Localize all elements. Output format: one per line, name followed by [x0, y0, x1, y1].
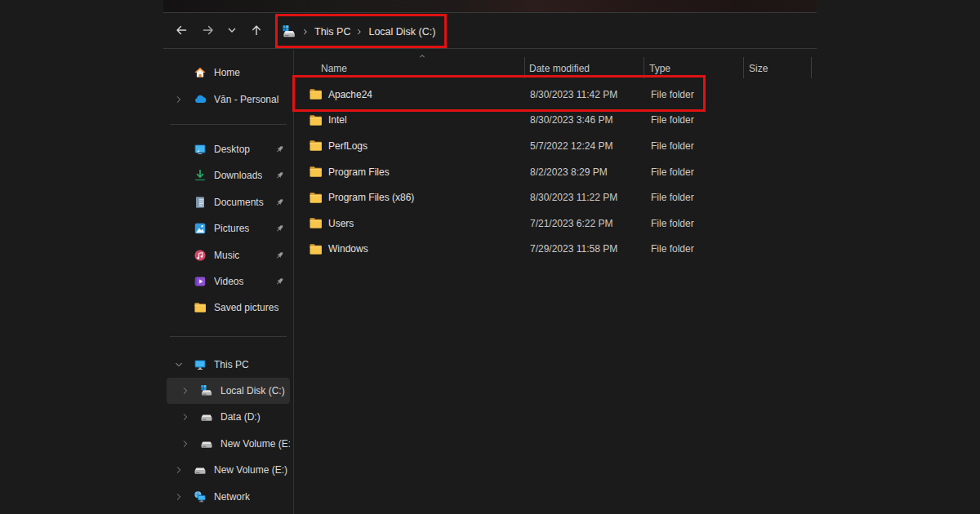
sidebar-item-label: Data (D:)	[220, 411, 261, 423]
desktop-icon	[194, 143, 207, 156]
chevron-right-icon[interactable]	[173, 94, 185, 105]
type-cell: File folder	[644, 243, 744, 255]
column-separator[interactable]	[743, 57, 744, 78]
folder-icon	[309, 165, 323, 179]
arrow-right-icon	[202, 24, 215, 39]
file-row-program-files[interactable]: Program Files8/2/2023 8:29 PMFile folder	[294, 159, 817, 185]
drive-windows-icon	[282, 24, 296, 39]
chevron-down-icon[interactable]	[173, 359, 185, 370]
file-row-apache24[interactable]: Apache248/30/2023 11:42 PMFile folder	[294, 82, 817, 108]
sidebar-item-label: Saved pictures	[214, 302, 278, 313]
up-button[interactable]	[247, 20, 266, 43]
sidebar-item-data-d[interactable]: Data (D:)	[167, 404, 290, 430]
file-row-perflogs[interactable]: PerfLogs5/7/2022 12:24 PMFile folder	[294, 133, 817, 159]
sidebar: HomeVăn - Personal DesktopDownloadsDocum…	[163, 50, 294, 514]
arrow-left-icon	[175, 24, 188, 39]
chevron-right-icon[interactable]	[180, 385, 191, 397]
chevron-right-icon[interactable]	[173, 491, 185, 503]
pin-icon	[274, 276, 285, 286]
pictures-icon	[194, 222, 207, 235]
column-header-size[interactable]: Size	[743, 63, 813, 74]
sidebar-item-new-volume-e[interactable]: New Volume (E:)	[167, 431, 290, 457]
file-name-cell: Program Files (x86)	[294, 191, 524, 205]
sidebar-item-saved-pictures[interactable]: Saved pictures	[167, 295, 290, 321]
chevron-placeholder	[173, 302, 185, 313]
sidebar-item-local-disk-c[interactable]: Local Disk (C:)	[167, 378, 290, 404]
date-modified-cell: 8/30/2023 3:46 PM	[524, 114, 644, 126]
sort-ascending-icon	[416, 51, 428, 61]
recent-locations-button[interactable]	[222, 20, 242, 43]
chevron-placeholder	[173, 276, 185, 287]
pin-icon	[274, 250, 285, 260]
sidebar-item-label: Desktop	[214, 144, 250, 155]
column-separator[interactable]	[524, 57, 525, 78]
drive-icon	[194, 463, 207, 476]
breadcrumb: This PCLocal Disk (C:)	[282, 14, 435, 49]
folder-icon	[309, 87, 323, 101]
column-separator[interactable]	[811, 57, 812, 78]
sidebar-item-v-n-personal[interactable]: Văn - Personal	[167, 86, 290, 112]
folder-icon	[309, 242, 323, 256]
folder-icon	[309, 113, 323, 127]
type-cell: File folder	[644, 166, 744, 178]
sidebar-item-videos[interactable]: Videos	[167, 268, 290, 295]
file-name-cell: Apache24	[294, 87, 524, 101]
breadcrumb-item-this-pc[interactable]: This PC	[314, 26, 350, 38]
chevron-down-icon	[225, 24, 238, 39]
file-name: Intel	[328, 114, 347, 126]
sidebar-item-downloads[interactable]: Downloads	[167, 162, 290, 188]
sidebar-item-this-pc[interactable]: This PC	[167, 352, 290, 378]
sidebar-item-documents[interactable]: Documents	[167, 189, 290, 215]
file-name-cell: Users	[294, 216, 524, 230]
chevron-placeholder	[173, 197, 185, 208]
chevron-placeholder	[173, 250, 185, 261]
window-top-bar	[163, 0, 817, 13]
chevron-right-icon[interactable]	[173, 464, 185, 476]
type-cell: File folder	[644, 114, 744, 126]
chevron-placeholder	[173, 170, 185, 181]
column-header-name[interactable]: Name	[294, 63, 524, 74]
column-header-type[interactable]: Type	[644, 63, 743, 74]
date-modified-cell: 8/2/2023 8:29 PM	[524, 166, 644, 178]
breadcrumb-item-local-disk-c[interactable]: Local Disk (C:)	[368, 26, 435, 38]
sidebar-item-label: Music	[214, 250, 239, 261]
file-name: Apache24	[328, 89, 372, 100]
sidebar-item-desktop[interactable]: Desktop	[167, 136, 290, 162]
sidebar-item-label: Pictures	[214, 223, 249, 234]
documents-icon	[194, 196, 207, 209]
file-name: Windows	[328, 243, 368, 255]
folder-icon	[309, 216, 323, 230]
column-header-date-modified[interactable]: Date modified	[524, 63, 644, 74]
sidebar-item-pictures[interactable]: Pictures	[167, 215, 290, 241]
file-name: Program Files	[328, 166, 390, 178]
sidebar-item-new-volume-e[interactable]: New Volume (E:)	[167, 457, 290, 483]
column-separator[interactable]	[644, 57, 644, 78]
sidebar-separator	[170, 124, 287, 125]
file-rows: Apache248/30/2023 11:42 PMFile folderInt…	[294, 82, 817, 262]
file-name: PerfLogs	[328, 140, 368, 152]
explorer-body: HomeVăn - Personal DesktopDownloadsDocum…	[163, 50, 817, 514]
file-name-cell: PerfLogs	[294, 139, 524, 153]
sidebar-item-home[interactable]: Home	[167, 60, 290, 86]
forward-button[interactable]	[198, 20, 218, 43]
type-cell: File folder	[644, 192, 744, 203]
file-row-program-files-x86[interactable]: Program Files (x86)8/30/2023 11:22 PMFil…	[294, 184, 817, 210]
pin-icon	[274, 224, 285, 234]
file-row-windows[interactable]: Windows7/29/2023 11:58 PMFile folder	[294, 237, 817, 263]
sidebar-item-network[interactable]: Network	[167, 483, 290, 509]
chevron-right-icon[interactable]	[180, 438, 191, 450]
chevron-right-icon[interactable]	[180, 411, 191, 423]
navigation-toolbar: This PCLocal Disk (C:)	[163, 14, 817, 49]
file-row-intel[interactable]: Intel8/30/2023 3:46 PMFile folder	[294, 108, 817, 134]
breadcrumb-chevron-icon	[355, 28, 363, 36]
file-row-users[interactable]: Users7/21/2023 6:22 PMFile folder	[294, 210, 817, 237]
sidebar-item-label: Network	[214, 491, 250, 503]
back-button[interactable]	[170, 20, 193, 43]
network-icon	[194, 490, 207, 503]
videos-icon	[194, 275, 207, 288]
date-modified-cell: 8/30/2023 11:42 PM	[524, 89, 644, 100]
pin-icon	[274, 144, 285, 154]
type-cell: File folder	[644, 218, 744, 229]
nav-buttons	[170, 14, 266, 49]
sidebar-item-music[interactable]: Music	[167, 241, 290, 268]
